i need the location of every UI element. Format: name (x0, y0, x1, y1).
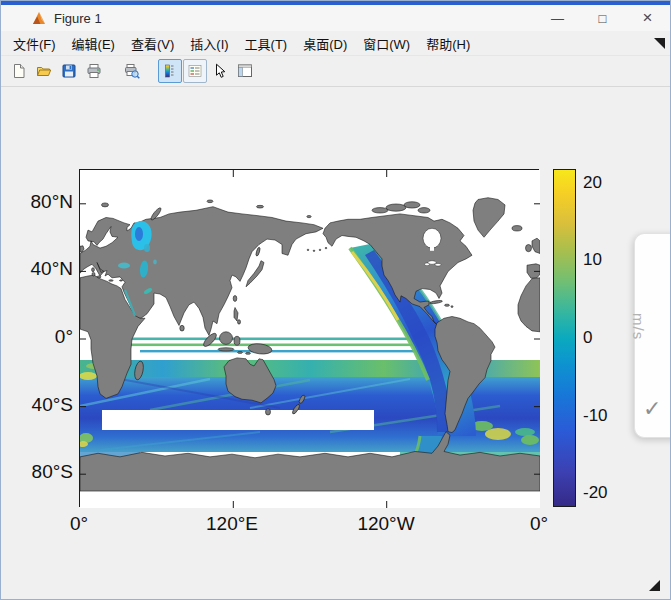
save-figure-button[interactable] (57, 59, 81, 83)
menu-tools[interactable]: 工具(T) (237, 31, 296, 56)
menu-insert[interactable]: 插入(I) (182, 31, 236, 56)
xtick-0W: 0° (494, 513, 584, 535)
menu-window[interactable]: 窗口(W) (355, 31, 418, 56)
insert-legend-button[interactable] (183, 59, 207, 83)
new-document-icon (11, 63, 27, 79)
colorbar-icon (162, 63, 178, 79)
printer-icon (86, 63, 102, 79)
edit-plot-button[interactable] (208, 59, 232, 83)
colorbar-tick-20: 20 (583, 173, 629, 193)
ytick-0: 0° (1, 326, 73, 348)
menubar: 文件(F) 编辑(E) 查看(V) 插入(I) 工具(T) 桌面(D) 窗口(W… (1, 31, 670, 56)
menu-help[interactable]: 帮助(H) (418, 31, 478, 56)
colorbar-tick-0: 0 (583, 328, 629, 348)
window-title: Figure 1 (54, 11, 102, 26)
menu-desktop[interactable]: 桌面(D) (295, 31, 355, 56)
ytick-80N: 80°N (1, 191, 73, 213)
matlab-logo-icon (31, 10, 47, 26)
black-sea-patch (118, 263, 130, 269)
show-plot-tools-button[interactable] (233, 59, 257, 83)
plot-tools-panel-icon (237, 63, 253, 79)
overlay-handle-bottom-icon[interactable] (649, 580, 660, 591)
map-axes (79, 169, 539, 507)
colorbar-units-label: m/s (630, 313, 647, 340)
colorbar (553, 169, 576, 507)
menu-file[interactable]: 文件(F) (5, 31, 64, 56)
titlebar: Figure 1 — □ × (1, 5, 670, 31)
cursor-arrow-icon (212, 63, 228, 79)
close-button[interactable]: × (625, 5, 670, 31)
xtick-0E: 0° (34, 513, 124, 535)
ytick-40S: 40°S (1, 394, 73, 416)
insert-colorbar-button[interactable] (158, 59, 182, 83)
menu-view[interactable]: 查看(V) (123, 31, 182, 56)
colorbar-tick-n10: -10 (583, 406, 629, 426)
world-map (80, 170, 540, 508)
save-floppy-icon (61, 63, 77, 79)
maximize-button[interactable]: □ (580, 5, 625, 31)
minimize-button[interactable]: — (535, 5, 580, 31)
ytick-40N: 40°N (1, 258, 73, 280)
open-file-button[interactable] (32, 59, 56, 83)
xtick-120W: 120°W (341, 513, 431, 535)
print-figure-button[interactable] (82, 59, 106, 83)
ytick-80S: 80°S (1, 461, 73, 483)
print-preview-icon (124, 63, 140, 79)
figure-toolbar (1, 56, 670, 87)
new-figure-button[interactable] (7, 59, 31, 83)
open-folder-icon (36, 63, 52, 79)
legend-icon (187, 63, 203, 79)
aral-sea-patch (153, 260, 157, 265)
check-icon[interactable]: ✓ (643, 396, 661, 422)
menu-edit[interactable]: 编辑(E) (64, 31, 123, 56)
overlay-handle-top-icon[interactable] (654, 38, 665, 49)
matlab-figure-window: Figure 1 — □ × 文件(F) 编辑(E) 查看(V) 插入(I) 工… (0, 0, 671, 600)
window-controls: — □ × (535, 5, 670, 31)
print-preview-button[interactable] (120, 59, 144, 83)
xtick-120E: 120°E (187, 513, 277, 535)
colorbar-tick-n20: -20 (583, 483, 629, 503)
colorbar-tick-10: 10 (583, 250, 629, 270)
